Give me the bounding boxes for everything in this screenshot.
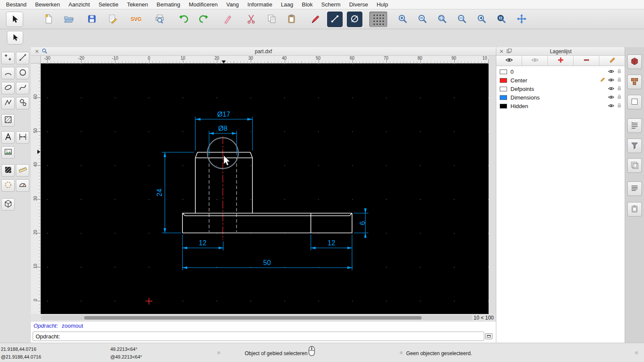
polyline-tool[interactable]	[1, 97, 15, 109]
zoom-selection-button[interactable]	[454, 12, 470, 27]
draw-pen-button[interactable]	[307, 12, 323, 27]
menu-scherm[interactable]: Scherm	[317, 1, 345, 8]
view-list-toggle[interactable]	[627, 95, 642, 109]
ruler-label: 20	[33, 227, 38, 238]
menu-selectie[interactable]: Selectie	[94, 1, 122, 8]
paste-button[interactable]	[284, 12, 299, 27]
menu-informatie[interactable]: Informatie	[243, 1, 276, 8]
menu-bewerken[interactable]: Bewerken	[31, 1, 64, 8]
circle-draw-tool[interactable]	[16, 67, 29, 79]
layer-edit-pencil-icon[interactable]	[600, 77, 605, 84]
floppy-icon	[87, 14, 97, 25]
layer-visibility-toggle[interactable]	[608, 86, 614, 92]
list-icon	[630, 184, 639, 194]
menu-blok[interactable]: Blok	[298, 1, 317, 8]
layer-list-toggle[interactable]	[627, 158, 642, 173]
zoom-in-button[interactable]	[395, 12, 410, 27]
copy-button[interactable]	[264, 12, 279, 27]
edit-layer-button[interactable]	[599, 56, 625, 66]
zoom-auto-icon	[437, 14, 447, 25]
block-list-toggle[interactable]	[627, 75, 642, 89]
zoom-out-button[interactable]	[415, 12, 430, 27]
new-file-button[interactable]	[41, 12, 56, 27]
undo-button[interactable]	[176, 12, 191, 27]
layer-visibility-toggle[interactable]	[608, 77, 614, 84]
dimension-tool[interactable]	[16, 131, 29, 144]
command-widget-toggle[interactable]	[627, 181, 642, 196]
layer-row[interactable]: Defpoints	[496, 84, 625, 93]
menu-bemating[interactable]: Bemating	[152, 1, 185, 8]
selection-status-text: Geen objecten geselecteerd.	[406, 350, 472, 356]
snap-points-tool[interactable]	[1, 52, 15, 64]
scrollbar-thumb[interactable]	[84, 316, 422, 320]
text-tool[interactable]	[1, 131, 15, 144]
command-input[interactable]: Opdracht:	[33, 332, 484, 341]
line-tool[interactable]	[16, 52, 29, 64]
line-tool-button[interactable]	[327, 12, 343, 27]
library-browser-toggle[interactable]	[627, 54, 642, 69]
grid-toggle-button[interactable]	[369, 12, 387, 27]
save-as-button[interactable]	[105, 12, 120, 27]
delete-button[interactable]	[220, 12, 236, 27]
clipboard-panel-toggle[interactable]	[627, 202, 642, 217]
drawing-canvas[interactable]: Ø17 Ø8 24 6 12 12 50	[41, 63, 489, 314]
layer-row[interactable]: Center	[496, 76, 625, 84]
pan-button[interactable]	[514, 12, 529, 27]
layer-lock-toggle[interactable]	[617, 103, 622, 109]
measure-tool[interactable]	[16, 164, 29, 177]
circle-tool-button[interactable]	[347, 12, 362, 27]
layer-visibility-toggle[interactable]	[608, 69, 614, 75]
zoom-previous-button[interactable]	[474, 12, 489, 27]
menu-bestand[interactable]: Bestand	[2, 1, 31, 8]
menu-vang[interactable]: Vang	[222, 1, 243, 8]
redo-button[interactable]	[196, 12, 211, 27]
property-list-toggle[interactable]	[627, 118, 642, 133]
angle-measure-tool[interactable]	[16, 179, 29, 192]
layer-lock-toggle[interactable]	[617, 85, 622, 92]
current-tool-button[interactable]	[7, 31, 23, 45]
layer-row[interactable]: 0	[496, 67, 625, 76]
minus-icon	[583, 57, 590, 65]
circle-shape-icon	[18, 68, 27, 78]
horizontal-scrollbar[interactable]	[41, 315, 489, 320]
hatch-icon	[4, 115, 12, 125]
show-all-layers-button[interactable]	[496, 56, 522, 66]
image-tool[interactable]	[1, 146, 15, 159]
layer-visibility-toggle[interactable]	[608, 94, 614, 101]
ruler-label: 30	[246, 56, 256, 60]
menu-diverse[interactable]: Diverse	[345, 1, 372, 8]
hide-all-layers-button[interactable]	[522, 56, 548, 66]
menu-laag[interactable]: Laag	[276, 1, 298, 8]
menu-modificeren[interactable]: Modificeren	[185, 1, 222, 8]
layer-visibility-toggle[interactable]	[608, 103, 614, 109]
hatch-solid-tool[interactable]	[1, 164, 15, 177]
ellipse-tool[interactable]	[1, 82, 15, 94]
dim-base-height: 6	[359, 221, 366, 225]
hatch-tool[interactable]	[1, 114, 15, 127]
save-button[interactable]	[84, 12, 100, 27]
select-tool-button[interactable]	[6, 12, 23, 27]
zoom-auto-button[interactable]	[434, 12, 450, 27]
layer-lock-toggle[interactable]	[617, 68, 622, 75]
polygon-tool[interactable]	[16, 97, 29, 109]
selection-filter-toggle[interactable]	[627, 139, 642, 153]
layer-row[interactable]: Hidden	[496, 102, 625, 110]
layer-lock-toggle[interactable]	[617, 94, 622, 101]
arc-tool[interactable]	[1, 67, 15, 79]
svg-export-button[interactable]: SVG	[128, 12, 144, 27]
add-layer-button[interactable]	[548, 56, 574, 66]
shape-select-tool[interactable]	[1, 179, 15, 192]
layer-lock-toggle[interactable]	[617, 77, 622, 84]
isometric-tool[interactable]	[1, 198, 15, 211]
layer-row[interactable]: Dimensions	[496, 93, 625, 102]
zoom-window-button[interactable]	[494, 12, 509, 27]
menu-tekenen[interactable]: Tekenen	[123, 1, 152, 8]
command-panel-toggle-button[interactable]	[485, 333, 492, 339]
menu-aanzicht[interactable]: Aanzicht	[64, 1, 94, 8]
remove-layer-button[interactable]	[574, 56, 599, 66]
open-file-button[interactable]	[61, 12, 76, 27]
cut-button[interactable]	[243, 12, 259, 27]
menu-hulp[interactable]: Hulp	[372, 1, 392, 8]
spline-tool[interactable]	[16, 82, 29, 94]
print-preview-button[interactable]	[152, 12, 167, 27]
